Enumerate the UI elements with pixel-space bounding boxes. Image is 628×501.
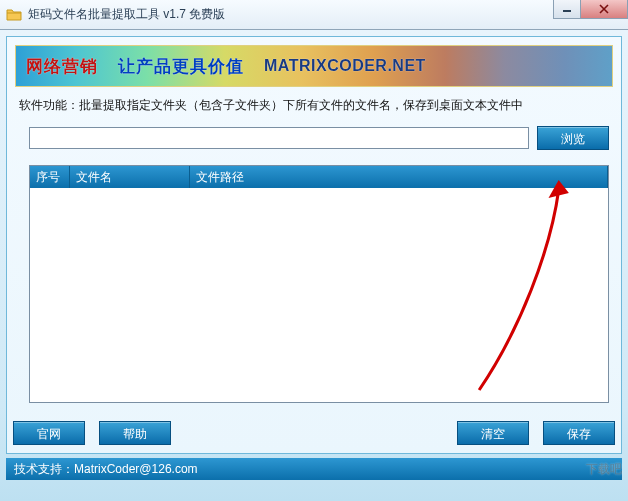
help-button[interactable]: 帮助: [99, 421, 171, 445]
folder-icon: [6, 7, 22, 23]
main-group: 网络营销 让产品更具价值 MATRIXCODER.NET 软件功能：批量提取指定…: [6, 36, 622, 454]
spacer: [185, 421, 443, 445]
browse-button[interactable]: 浏览: [537, 126, 609, 150]
description: 软件功能：批量提取指定文件夹（包含子文件夹）下所有文件的文件名，保存到桌面文本文…: [19, 97, 609, 114]
window-title: 矩码文件名批量提取工具 v1.7 免费版: [28, 6, 225, 23]
window-controls: [554, 0, 628, 20]
table-body[interactable]: [30, 188, 608, 402]
close-button[interactable]: [580, 0, 628, 19]
description-label: 软件功能：: [19, 98, 79, 112]
folder-path-input[interactable]: [29, 127, 529, 149]
support-email-link[interactable]: MatrixCoder@126.com: [74, 462, 198, 476]
description-text: 批量提取指定文件夹（包含子文件夹）下所有文件的文件名，保存到桌面文本文件中: [79, 98, 523, 112]
results-table: 序号 文件名 文件路径: [29, 165, 609, 403]
table-header: 序号 文件名 文件路径: [30, 166, 608, 188]
col-filepath[interactable]: 文件路径: [190, 166, 608, 188]
footer-label: 技术支持：: [14, 461, 74, 478]
banner-text-3: MATRIXCODER.NET: [264, 57, 426, 75]
bottom-button-row: 官网 帮助 清空 保存: [13, 421, 615, 445]
path-row: 浏览: [7, 122, 621, 156]
watermark: 下载吧: [586, 463, 622, 475]
banner-text-2: 让产品更具价值: [118, 55, 244, 78]
website-button[interactable]: 官网: [13, 421, 85, 445]
col-filename[interactable]: 文件名: [70, 166, 190, 188]
advert-banner: 网络营销 让产品更具价值 MATRIXCODER.NET: [15, 45, 613, 87]
banner-text-1: 网络营销: [26, 55, 98, 78]
col-index[interactable]: 序号: [30, 166, 70, 188]
footer-bar: 技术支持： MatrixCoder@126.com: [6, 458, 622, 480]
minimize-button[interactable]: [553, 0, 581, 19]
save-button[interactable]: 保存: [543, 421, 615, 445]
client-area: 网络营销 让产品更具价值 MATRIXCODER.NET 软件功能：批量提取指定…: [0, 30, 628, 501]
window-titlebar: 矩码文件名批量提取工具 v1.7 免费版: [0, 0, 628, 30]
clear-button[interactable]: 清空: [457, 421, 529, 445]
